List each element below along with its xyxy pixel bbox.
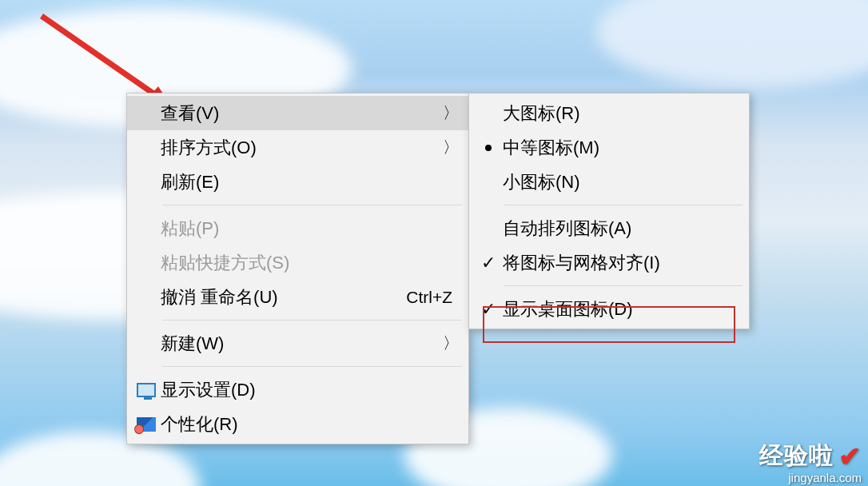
desktop-context-menu: 查看(V) 〉 排序方式(O) 〉 刷新(E) 粘贴(P) 粘贴快捷方式(S) … (126, 93, 469, 444)
watermark-url: jingyanla.com (788, 471, 862, 484)
menu-item-label: 查看(V) (161, 102, 441, 125)
menu-item-refresh[interactable]: 刷新(E) (127, 165, 468, 199)
watermark: 经验啦 ✔ jingyanla.com (759, 440, 862, 484)
check-icon: ✓ (481, 254, 496, 272)
menu-item-new[interactable]: 新建(W) 〉 (127, 326, 468, 361)
submenu-item-large-icons[interactable]: 大图标(R) (469, 96, 749, 130)
radio-selected-icon (485, 145, 492, 151)
menu-item-label: 小图标(N) (503, 170, 741, 194)
submenu-item-align-grid[interactable]: ✓ 将图标与网格对齐(I) (469, 245, 749, 280)
separator (504, 205, 743, 205)
menu-item-label: 显示设置(D) (161, 378, 441, 402)
menu-item-paste-shortcut: 粘贴快捷方式(S) (127, 245, 468, 280)
menu-item-personalize[interactable]: 个性化(R) (127, 407, 468, 441)
check-icon: ✓ (481, 301, 496, 318)
menu-item-label: 个性化(R) (161, 412, 441, 436)
menu-item-paste: 粘贴(P) (127, 211, 468, 245)
menu-item-label: 撤消 重命名(U) (161, 285, 406, 309)
menu-item-label: 排序方式(O) (161, 136, 441, 160)
watermark-text: 经验啦 (759, 440, 834, 472)
view-submenu: 大图标(R) 中等图标(M) 小图标(N) 自动排列图标(A) ✓ 将图标与网格… (468, 93, 750, 329)
menu-item-sort[interactable]: 排序方式(O) 〉 (127, 130, 468, 165)
chevron-right-icon: 〉 (441, 102, 460, 124)
menu-item-label: 中等图标(M) (503, 136, 741, 160)
menu-item-view[interactable]: 查看(V) 〉 (127, 96, 468, 130)
menu-item-display-settings[interactable]: 显示设置(D) (127, 372, 468, 407)
menu-item-label: 粘贴(P) (161, 217, 441, 241)
menu-item-label: 将图标与网格对齐(I) (503, 251, 741, 275)
menu-item-label: 大图标(R) (503, 102, 741, 125)
menu-item-label: 刷新(E) (161, 170, 441, 194)
separator (162, 205, 462, 205)
chevron-right-icon: 〉 (441, 137, 460, 158)
checkmark-icon: ✔ (838, 440, 862, 472)
menu-item-label: 粘贴快捷方式(S) (161, 251, 441, 275)
menu-item-label: 显示桌面图标(D) (503, 297, 741, 321)
submenu-item-medium-icons[interactable]: 中等图标(M) (469, 130, 749, 165)
chevron-right-icon: 〉 (441, 333, 460, 354)
personalize-icon (137, 417, 156, 432)
submenu-item-show-desktop-icons[interactable]: ✓ 显示桌面图标(D) (469, 292, 749, 326)
menu-item-undo[interactable]: 撤消 重命名(U) Ctrl+Z (127, 280, 468, 314)
menu-item-shortcut: Ctrl+Z (406, 288, 460, 307)
submenu-item-auto-arrange[interactable]: 自动排列图标(A) (469, 211, 749, 245)
menu-item-label: 新建(W) (161, 332, 441, 356)
separator (162, 320, 462, 321)
submenu-item-small-icons[interactable]: 小图标(N) (469, 165, 749, 199)
separator (162, 366, 462, 367)
separator (504, 285, 743, 286)
menu-item-label: 自动排列图标(A) (503, 217, 741, 241)
monitor-icon (137, 383, 156, 397)
